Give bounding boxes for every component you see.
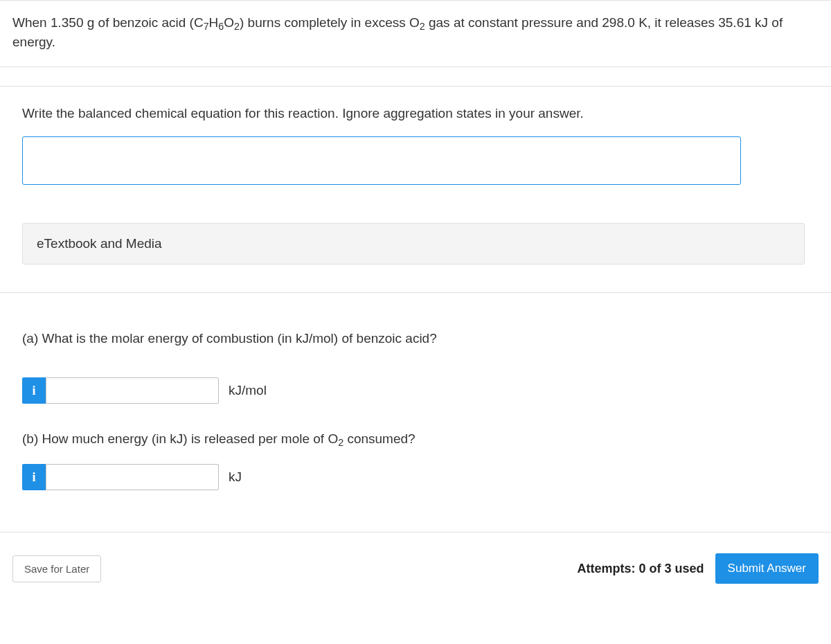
info-icon[interactable]: i: [22, 377, 46, 404]
intro-text-f: O: [224, 15, 234, 30]
formula-sub: 2: [420, 21, 425, 32]
answer-b-input[interactable]: [46, 464, 219, 490]
answer-b-unit: kJ: [229, 469, 242, 485]
etextbook-media-button[interactable]: eTextbook and Media: [22, 223, 805, 265]
intro-text-f: H: [209, 15, 219, 30]
problem-statement: When 1.350 g of benzoic acid (C7H6O2) bu…: [0, 1, 831, 67]
save-for-later-button[interactable]: Save for Later: [12, 555, 101, 582]
intro-text-1: When 1.350 g of benzoic acid (C: [12, 15, 204, 30]
equation-input[interactable]: [22, 136, 741, 185]
submit-answer-button[interactable]: Submit Answer: [715, 553, 819, 584]
formula-sub: 2: [338, 437, 343, 448]
section-spacer: [0, 67, 831, 87]
formula-sub: 7: [204, 21, 209, 32]
formula-sub: 2: [234, 21, 240, 32]
equation-prompt: Write the balanced chemical equation for…: [22, 106, 819, 121]
question-b-prompt: (b) How much energy (in kJ) is released …: [22, 431, 819, 447]
intro-text-2: ) burns completely in excess O: [240, 15, 420, 30]
attempts-label: Attempts: 0 of 3 used: [578, 562, 704, 576]
qb-text-2: consumed?: [343, 431, 416, 446]
formula-sub: 6: [218, 21, 224, 32]
info-icon[interactable]: i: [22, 464, 46, 490]
qb-text-1: (b) How much energy (in kJ) is released …: [22, 431, 338, 446]
question-a-prompt: (a) What is the molar energy of combusti…: [22, 331, 819, 346]
answer-a-unit: kJ/mol: [229, 383, 267, 398]
answer-a-input[interactable]: [46, 377, 219, 404]
